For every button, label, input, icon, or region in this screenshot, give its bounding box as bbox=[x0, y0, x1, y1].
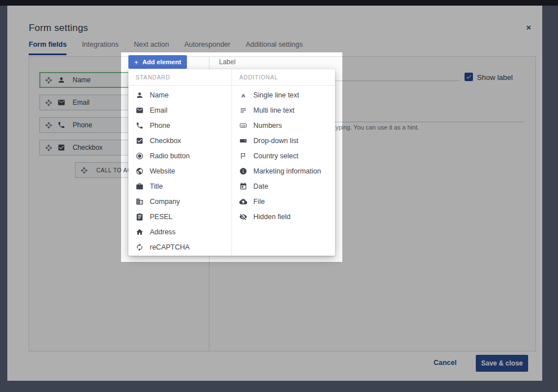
mail-icon bbox=[57, 99, 65, 106]
menu-item-company[interactable]: Company bbox=[128, 194, 231, 209]
drag-handle-icon[interactable] bbox=[45, 122, 52, 129]
menu-item-email[interactable]: Email bbox=[128, 103, 231, 118]
menu-item-website[interactable]: Website bbox=[128, 163, 231, 179]
menu-item-numbers[interactable]: 123Numbers bbox=[232, 118, 335, 133]
show-label-checkbox[interactable] bbox=[465, 73, 473, 81]
field-label: Name bbox=[73, 76, 91, 84]
tab-additional-settings[interactable]: Additional settings bbox=[245, 41, 302, 55]
refresh-icon bbox=[136, 243, 144, 251]
window-top-edge bbox=[0, 0, 558, 6]
menu-item-phone[interactable]: Phone bbox=[128, 118, 231, 133]
page-title: Form settings bbox=[29, 23, 88, 34]
tab-next-action[interactable]: Next action bbox=[134, 41, 169, 55]
close-icon[interactable]: × bbox=[523, 21, 535, 34]
menu-item-country-select[interactable]: Country select bbox=[232, 148, 335, 163]
menu-item-date[interactable]: Date bbox=[232, 179, 335, 194]
calendar-icon bbox=[239, 182, 247, 190]
menu-item-multi-line-text[interactable]: Multi line text bbox=[232, 103, 335, 118]
label-field-caption: Label bbox=[219, 58, 235, 66]
additional-column: ADDITIONAL ASingle line text Multi line … bbox=[231, 69, 335, 256]
menu-item-recaptcha[interactable]: reCAPTCHA bbox=[128, 239, 231, 255]
field-label: Checkbox bbox=[73, 144, 102, 152]
radio-icon bbox=[136, 152, 144, 160]
menu-item-single-line-text[interactable]: ASingle line text bbox=[232, 87, 335, 103]
home-icon bbox=[136, 228, 144, 236]
cloud-upload-icon bbox=[239, 198, 247, 206]
check-icon bbox=[466, 74, 472, 80]
person-icon bbox=[136, 91, 144, 99]
letter-a-icon: A bbox=[239, 91, 247, 99]
person-icon bbox=[57, 76, 65, 84]
svg-text:A: A bbox=[241, 92, 245, 98]
multiline-icon bbox=[239, 106, 247, 114]
id-badge-icon bbox=[136, 213, 144, 221]
building-icon bbox=[136, 198, 144, 206]
drag-handle-icon[interactable] bbox=[45, 77, 52, 84]
cancel-button[interactable]: Cancel bbox=[434, 359, 457, 367]
tab-form-fields[interactable]: Form fields bbox=[29, 41, 66, 55]
menu-item-name[interactable]: Name bbox=[128, 87, 231, 103]
menu-item-radio-button[interactable]: Radio button bbox=[128, 148, 231, 163]
phone-icon bbox=[136, 122, 144, 130]
menu-item-checkbox[interactable]: Checkbox bbox=[128, 133, 231, 148]
standard-items: Name Email Phone Checkbox Radio button W… bbox=[128, 86, 231, 255]
checkbox-icon bbox=[57, 144, 65, 152]
menu-item-title[interactable]: Title bbox=[128, 179, 231, 194]
info-icon bbox=[239, 167, 247, 175]
add-element-dropdown: STANDARD Name Email Phone Checkbox Radio… bbox=[128, 69, 335, 256]
show-label-text: Show label bbox=[477, 73, 513, 82]
flag-icon bbox=[239, 152, 247, 160]
numbers-icon: 123 bbox=[239, 122, 247, 130]
menu-item-hidden-field[interactable]: Hidden field bbox=[232, 209, 335, 224]
drag-handle-icon[interactable] bbox=[45, 99, 52, 106]
briefcase-icon bbox=[136, 182, 144, 190]
mail-icon bbox=[136, 106, 144, 114]
drag-handle-icon[interactable] bbox=[81, 167, 88, 174]
standard-column: STANDARD Name Email Phone Checkbox Radio… bbox=[128, 69, 231, 256]
column-header: ADDITIONAL bbox=[232, 69, 335, 86]
field-label: Phone bbox=[73, 121, 92, 129]
drag-handle-icon[interactable] bbox=[45, 144, 52, 152]
menu-item-address[interactable]: Address bbox=[128, 224, 231, 239]
tab-bar: Form fields Integrations Next action Aut… bbox=[29, 41, 303, 55]
eye-off-icon bbox=[239, 213, 247, 221]
phone-icon bbox=[57, 121, 65, 129]
additional-items: ASingle line text Multi line text 123Num… bbox=[232, 86, 335, 224]
menu-item-drop-down-list[interactable]: Drop-down list bbox=[232, 133, 335, 148]
globe-icon bbox=[136, 167, 144, 175]
svg-text:123: 123 bbox=[241, 124, 245, 127]
add-element-button[interactable]: + Add element bbox=[128, 55, 187, 69]
save-and-close-button[interactable]: Save & close bbox=[476, 355, 528, 372]
menu-item-file[interactable]: File bbox=[232, 194, 335, 209]
column-header: STANDARD bbox=[128, 69, 231, 86]
menu-item-pesel[interactable]: PESEL bbox=[128, 209, 231, 224]
tab-integrations[interactable]: Integrations bbox=[82, 41, 118, 55]
plus-icon: + bbox=[134, 59, 139, 66]
field-label: Email bbox=[73, 99, 90, 106]
tab-autoresponder[interactable]: Autoresponder bbox=[184, 41, 230, 55]
dropdown-icon bbox=[239, 137, 247, 145]
menu-item-marketing-information[interactable]: Marketing information bbox=[232, 163, 335, 179]
checkbox-icon bbox=[136, 137, 144, 145]
